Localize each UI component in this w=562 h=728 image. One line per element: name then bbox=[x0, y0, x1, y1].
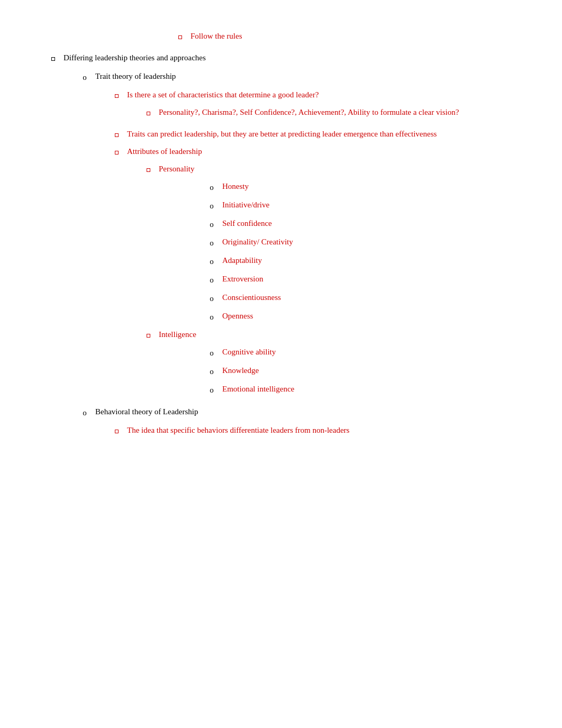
differing-leadership-item: Differing leadership theories and approa… bbox=[42, 53, 520, 62]
traits-can-predict-text: Traits can predict leadership, but they … bbox=[127, 130, 520, 139]
cognitive-ability-bullet: o bbox=[201, 349, 222, 358]
traits-can-predict-item: Traits can predict leadership, but they … bbox=[106, 130, 520, 139]
attributes-bullet bbox=[106, 149, 127, 156]
emotional-intelligence-bullet: o bbox=[201, 386, 222, 395]
idea-specific-behaviors-item: The idea that specific behaviors differe… bbox=[106, 426, 520, 435]
cognitive-ability-text: Cognitive ability bbox=[222, 348, 520, 357]
is-there-set-text: Is there a set of characteristics that d… bbox=[127, 90, 520, 99]
extroversion-item: o Extroversion bbox=[201, 275, 520, 285]
attributes-item: Attributes of leadership bbox=[106, 147, 520, 156]
extroversion-bullet: o bbox=[201, 276, 222, 285]
emotional-intelligence-text: Emotional intelligence bbox=[222, 385, 520, 394]
personality-charisma-item: Personality?, Charisma?, Self Confidence… bbox=[138, 108, 520, 117]
document-content: Follow the rules Differing leadership th… bbox=[42, 32, 520, 435]
personality-text: Personality bbox=[159, 165, 520, 174]
personality-charisma-text: Personality?, Charisma?, Self Confidence… bbox=[159, 108, 520, 117]
is-there-set-bullet bbox=[106, 92, 127, 99]
conscientiousness-item: o Conscientiousness bbox=[201, 293, 520, 303]
follow-rules-text: Follow the rules bbox=[191, 32, 520, 41]
traits-can-predict-bullet bbox=[106, 131, 127, 138]
conscientiousness-text: Conscientiousness bbox=[222, 293, 520, 302]
behavioral-theory-bullet: o bbox=[74, 408, 95, 417]
initiative-drive-text: Initiative/drive bbox=[222, 201, 520, 210]
knowledge-text: Knowledge bbox=[222, 366, 520, 375]
openness-bullet: o bbox=[201, 313, 222, 322]
initiative-drive-item: o Initiative/drive bbox=[201, 201, 520, 211]
knowledge-bullet: o bbox=[201, 367, 222, 376]
personality-item: Personality bbox=[138, 165, 520, 174]
trait-theory-bullet: o bbox=[74, 73, 95, 82]
idea-specific-behaviors-text: The idea that specific behaviors differe… bbox=[127, 426, 520, 435]
initiative-drive-bullet: o bbox=[201, 202, 222, 211]
adaptability-item: o Adaptability bbox=[201, 256, 520, 266]
is-there-set-item: Is there a set of characteristics that d… bbox=[106, 90, 520, 99]
knowledge-item: o Knowledge bbox=[201, 366, 520, 376]
emotional-intelligence-item: o Emotional intelligence bbox=[201, 385, 520, 395]
openness-text: Openness bbox=[222, 312, 520, 321]
personality-charisma-bullet bbox=[138, 110, 159, 116]
follow-rules-item: Follow the rules bbox=[169, 32, 520, 41]
adaptability-bullet: o bbox=[201, 257, 222, 266]
originality-creativity-bullet: o bbox=[201, 239, 222, 248]
conscientiousness-bullet: o bbox=[201, 294, 222, 303]
honesty-item: o Honesty bbox=[201, 182, 520, 192]
intelligence-item: Intelligence bbox=[138, 330, 520, 339]
originality-creativity-text: Originality/ Creativity bbox=[222, 238, 520, 247]
intelligence-bullet bbox=[138, 332, 159, 339]
cognitive-ability-item: o Cognitive ability bbox=[201, 348, 520, 358]
trait-theory-text: Trait theory of leadership bbox=[95, 72, 520, 81]
differing-leadership-text: Differing leadership theories and approa… bbox=[64, 53, 520, 62]
behavioral-theory-item: o Behavioral theory of Leadership bbox=[74, 407, 520, 417]
originality-creativity-item: o Originality/ Creativity bbox=[201, 238, 520, 248]
adaptability-text: Adaptability bbox=[222, 256, 520, 265]
intelligence-text: Intelligence bbox=[159, 330, 520, 339]
differing-leadership-bullet bbox=[42, 55, 64, 62]
self-confidence-bullet: o bbox=[201, 220, 222, 229]
follow-rules-bullet bbox=[169, 33, 191, 40]
idea-specific-behaviors-bullet bbox=[106, 427, 127, 434]
openness-item: o Openness bbox=[201, 312, 520, 322]
attributes-text: Attributes of leadership bbox=[127, 147, 520, 156]
self-confidence-text: Self confidence bbox=[222, 219, 520, 228]
self-confidence-item: o Self confidence bbox=[201, 219, 520, 229]
honesty-bullet: o bbox=[201, 183, 222, 192]
extroversion-text: Extroversion bbox=[222, 275, 520, 284]
behavioral-theory-text: Behavioral theory of Leadership bbox=[95, 407, 520, 416]
trait-theory-item: o Trait theory of leadership bbox=[74, 72, 520, 82]
honesty-text: Honesty bbox=[222, 182, 520, 191]
personality-bullet bbox=[138, 166, 159, 173]
